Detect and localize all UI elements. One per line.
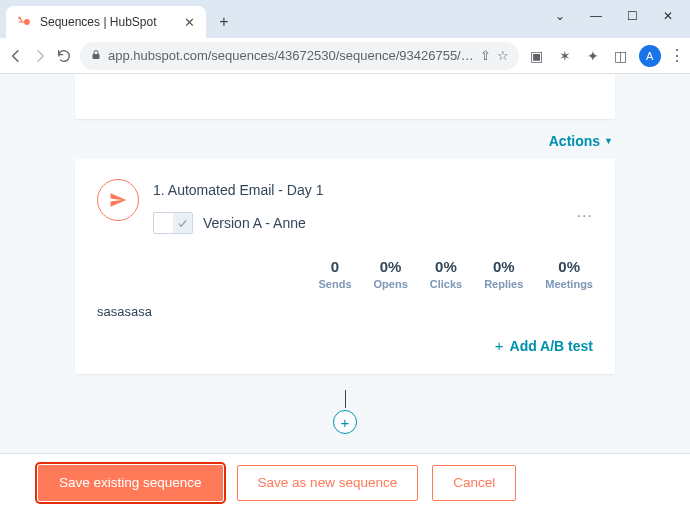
stat-label: Clicks [430,278,462,290]
plus-icon: + [341,414,350,431]
chrome-menu-button[interactable]: ⋮ [669,46,685,65]
window-titlebar: Sequences | HubSpot ✕ + ⌄ — ☐ ✕ [0,0,690,38]
card-more-menu[interactable]: ··· [577,207,593,225]
send-icon [97,179,139,221]
stat-value: 0% [430,258,462,275]
email-body-snippet: sasasasa [97,304,593,319]
hubspot-favicon [16,14,32,30]
reload-button[interactable] [56,44,72,68]
profile-avatar[interactable]: A [639,45,661,67]
share-icon[interactable]: ⇧ [480,48,491,63]
new-tab-button[interactable]: + [210,8,238,36]
extensions-puzzle-icon[interactable]: ✦ [583,46,603,66]
add-ab-label: Add A/B test [510,338,593,354]
svg-rect-3 [19,17,22,22]
add-ab-test-button[interactable]: + Add A/B test [495,337,593,354]
extension-icon-3[interactable]: ◫ [611,46,631,66]
previous-card-edge [75,74,615,119]
forward-button[interactable] [32,44,48,68]
window-controls: ⌄ — ☐ ✕ [542,4,686,28]
footer-bar: Save existing sequence Save as new seque… [0,453,690,511]
stat-meetings: 0% Meetings [545,258,593,290]
version-toggle[interactable] [153,212,193,234]
stat-sends: 0 Sends [319,258,352,290]
maximize-button[interactable]: ☐ [614,4,650,28]
stat-value: 0 [319,258,352,275]
stat-value: 0% [374,258,408,275]
tab-title: Sequences | HubSpot [40,15,174,29]
lock-icon [90,49,102,63]
address-bar-row: app.hubspot.com/sequences/43672530/seque… [0,38,690,74]
email-step-card[interactable]: 1. Automated Email - Day 1 Version A - A… [75,159,615,374]
stats-row: 0 Sends 0% Opens 0% Clicks 0% Replies 0% [97,258,593,290]
address-bar[interactable]: app.hubspot.com/sequences/43672530/seque… [80,42,519,70]
browser-tab[interactable]: Sequences | HubSpot ✕ [6,6,206,38]
stat-value: 0% [484,258,523,275]
url-text: app.hubspot.com/sequences/43672530/seque… [108,48,474,63]
actions-label: Actions [549,133,600,149]
back-button[interactable] [8,44,24,68]
stat-clicks: 0% Clicks [430,258,462,290]
tab-close-button[interactable]: ✕ [182,15,196,29]
connector-line [345,390,346,408]
stat-label: Sends [319,278,352,290]
stat-replies: 0% Replies [484,258,523,290]
svg-rect-4 [93,54,100,59]
stat-value: 0% [545,258,593,275]
toolbar-icons: ▣ ✶ ✦ ◫ A ⋮ [527,45,685,67]
save-existing-button[interactable]: Save existing sequence [38,465,223,501]
version-label: Version A - Anne [203,215,306,231]
extension-icon-1[interactable]: ▣ [527,46,547,66]
actions-dropdown[interactable]: Actions ▼ [549,133,613,149]
page-body: Actions ▼ 1. Automated Email - Day 1 [0,74,690,453]
extension-icon-2[interactable]: ✶ [555,46,575,66]
caret-down-icon: ▼ [604,136,613,146]
cancel-button[interactable]: Cancel [432,465,516,501]
minimize-button[interactable]: — [578,4,614,28]
close-window-button[interactable]: ✕ [650,4,686,28]
toggle-off [154,213,173,233]
svg-point-0 [24,19,30,25]
stat-label: Meetings [545,278,593,290]
chrome-chevron[interactable]: ⌄ [542,4,578,28]
step-title: 1. Automated Email - Day 1 [153,182,593,198]
plus-icon: + [495,337,504,354]
save-new-button[interactable]: Save as new sequence [237,465,419,501]
star-icon[interactable]: ☆ [497,48,509,63]
add-step-button[interactable]: + [333,410,357,434]
toggle-on-check-icon [173,213,192,233]
stat-label: Replies [484,278,523,290]
stat-label: Opens [374,278,408,290]
stat-opens: 0% Opens [374,258,408,290]
